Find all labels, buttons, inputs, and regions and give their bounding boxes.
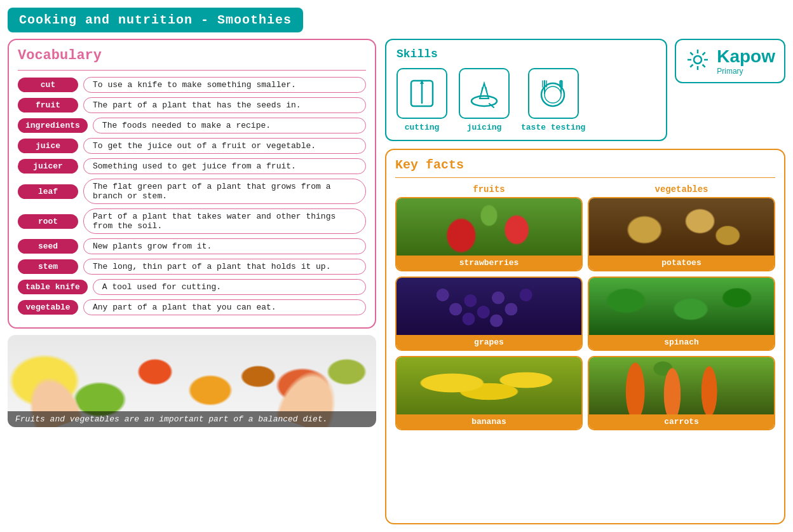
- main-layout: Vocabulary cutTo use a knife to make som…: [8, 39, 785, 524]
- col-header-vegetables: vegetables: [588, 184, 775, 194]
- skills-title: Skills: [396, 48, 656, 60]
- vocabulary-title: Vocabulary: [18, 48, 366, 64]
- vocab-term: table knife: [18, 280, 88, 294]
- vocab-term: root: [18, 214, 78, 229]
- vocab-term: juicer: [18, 159, 78, 174]
- bananas-img-visual: [396, 357, 581, 414]
- logo-box: Kapow Primary: [675, 39, 785, 83]
- vocab-row: table knifeA tool used for cutting.: [18, 279, 366, 295]
- cutting-label: cutting: [405, 123, 440, 132]
- vocab-definition: Something used to get juice from a fruit…: [83, 158, 366, 174]
- key-facts-divider: [395, 177, 775, 178]
- svg-line-20: [691, 52, 693, 55]
- skill-juicing: juicing: [459, 68, 510, 132]
- skills-icons: cutting: [396, 68, 656, 132]
- vocab-definition: Any part of a plant that you can eat.: [83, 299, 366, 315]
- page-header: Cooking and nutrition - Smoothies: [8, 8, 303, 32]
- vocab-definition: A tool used for cutting.: [93, 279, 366, 295]
- svg-line-22: [703, 52, 705, 55]
- juicing-icon: [467, 74, 502, 113]
- taste-testing-label: taste testing: [521, 123, 585, 132]
- strawberries-img-visual: [396, 198, 581, 256]
- logo-gear-icon: [685, 47, 710, 76]
- fact-card-potatoes: potatoes: [588, 197, 775, 271]
- vocab-term: cut: [18, 78, 78, 92]
- top-right-area: Skills cutting: [385, 39, 785, 141]
- vocab-row: juiceTo get the juice out of a fruit or …: [18, 138, 366, 154]
- taste-testing-icon-box: [528, 68, 579, 119]
- vocab-term: stem: [18, 259, 78, 274]
- grapes-image: [396, 278, 581, 335]
- skills-box: Skills cutting: [385, 39, 667, 141]
- vocabulary-box: Vocabulary cutTo use a knife to make som…: [8, 39, 376, 329]
- svg-point-15: [694, 56, 702, 64]
- vocab-term: fruit: [18, 98, 78, 113]
- vocab-definition: Part of a plant that takes water and oth…: [83, 208, 366, 234]
- spinach-img-visual: [589, 278, 774, 335]
- vocab-row: vegetableAny part of a plant that you ca…: [18, 299, 366, 315]
- carrots-img-visual: [589, 357, 774, 414]
- grapes-label: grapes: [396, 335, 581, 350]
- vocab-term: leaf: [18, 184, 78, 199]
- fact-card-strawberries: strawberries: [395, 197, 583, 271]
- bananas-label: bananas: [396, 414, 581, 429]
- juicing-label: juicing: [467, 123, 502, 132]
- taste-testing-icon: [536, 74, 571, 113]
- vegetables-col: potatoes spinach carrots: [588, 197, 775, 430]
- vocab-row: leafThe flat green part of a plant that …: [18, 179, 366, 204]
- grapes-img-visual: [396, 278, 581, 335]
- vocab-definition: The foods needed to make a recipe.: [93, 118, 366, 133]
- vocabulary-rows: cutTo use a knife to make something smal…: [18, 77, 366, 315]
- photo-caption: Fruits and vegetables are an important p…: [8, 411, 376, 427]
- fact-card-spinach: spinach: [588, 276, 775, 351]
- fact-card-grapes: grapes: [395, 276, 583, 351]
- fact-card-carrots: carrots: [588, 356, 775, 430]
- cutting-icon-box: [396, 68, 447, 119]
- vocab-row: stemThe long, thin part of a plant that …: [18, 259, 366, 275]
- cutting-icon: [406, 74, 438, 113]
- carrots-image: [589, 357, 774, 414]
- potatoes-image: [589, 198, 774, 256]
- logo-text-area: Kapow Primary: [717, 46, 775, 76]
- vocab-row: juicerSomething used to get juice from a…: [18, 158, 366, 174]
- facts-cards-grid: strawberries grapes bananas: [395, 197, 775, 430]
- strawberries-label: strawberries: [396, 256, 581, 270]
- vocab-row: cutTo use a knife to make something smal…: [18, 77, 366, 93]
- left-column: Vocabulary cutTo use a knife to make som…: [8, 39, 376, 524]
- svg-line-21: [703, 64, 705, 67]
- vocab-definition: The flat green part of a plant that grow…: [83, 179, 366, 204]
- key-facts-col-headers: fruits vegetables: [395, 184, 775, 194]
- vocab-definition: The part of a plant that has the seeds i…: [83, 97, 366, 113]
- fact-card-bananas: bananas: [395, 356, 583, 430]
- svg-point-9: [545, 86, 561, 103]
- carrots-label: carrots: [589, 414, 774, 429]
- key-facts-box: Key facts fruits vegetables strawberries: [385, 149, 785, 524]
- svg-line-23: [691, 64, 693, 67]
- vocab-term: vegetable: [18, 300, 78, 315]
- logo-sub: Primary: [717, 67, 775, 76]
- juicing-icon-box: [459, 68, 510, 119]
- page-title: Cooking and nutrition - Smoothies: [19, 13, 292, 27]
- bananas-image: [396, 357, 581, 414]
- svg-point-3: [471, 96, 497, 106]
- key-facts-title: Key facts: [395, 158, 775, 172]
- potatoes-img-visual: [589, 198, 774, 256]
- strawberries-image: [396, 198, 581, 256]
- skill-cutting: cutting: [396, 68, 447, 132]
- vocab-row: fruitThe part of a plant that has the se…: [18, 97, 366, 113]
- skill-taste-testing: taste testing: [521, 68, 585, 132]
- vocab-term: ingredients: [18, 118, 88, 133]
- right-column: Skills cutting: [385, 39, 785, 524]
- vocab-row: rootPart of a plant that takes water and…: [18, 208, 366, 234]
- col-header-fruits: fruits: [395, 184, 583, 194]
- vocab-definition: To use a knife to make something smaller…: [83, 77, 366, 93]
- vocabulary-divider: [18, 70, 366, 71]
- spinach-image: [589, 278, 774, 335]
- vocab-term: juice: [18, 139, 78, 153]
- food-photo: Fruits and vegetables are an important p…: [8, 335, 376, 427]
- vocab-definition: The long, thin part of a plant that hold…: [83, 259, 366, 275]
- vocab-term: seed: [18, 239, 78, 254]
- vocab-row: seedNew plants grow from it.: [18, 238, 366, 254]
- vocab-definition: To get the juice out of a fruit or veget…: [83, 138, 366, 154]
- logo-brand: Kapow: [717, 46, 775, 67]
